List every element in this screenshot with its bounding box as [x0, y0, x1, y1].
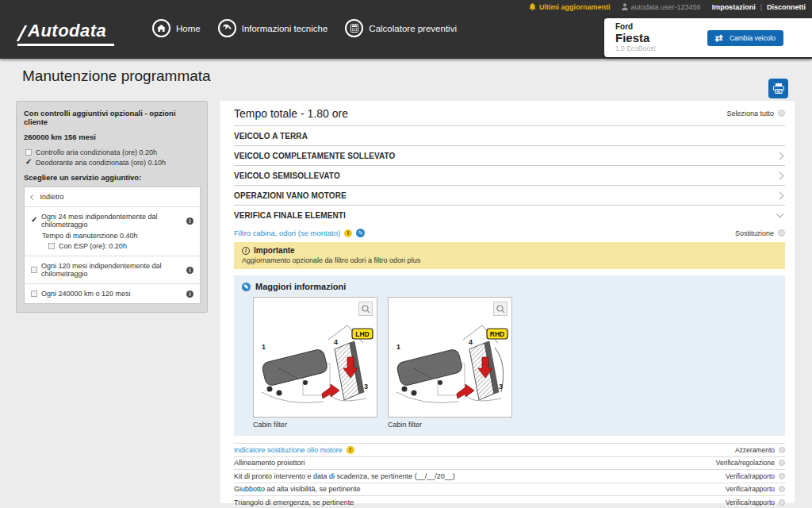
mileage-interval-label: 260000 km 156 mesi [24, 133, 201, 141]
user-account[interactable]: autodata.user-123456 [622, 3, 701, 11]
info-icon[interactable] [186, 267, 193, 274]
info-circle-icon [242, 247, 250, 255]
wrench-icon [218, 19, 236, 37]
oil-change-indicator-link[interactable]: Indicatore sostituzione olio motore [234, 446, 343, 454]
lhd-badge: LHD [355, 330, 369, 338]
nav-technical-info-label: Informazioni tecniche [242, 24, 328, 33]
section-final-checks[interactable]: VERIFICA FINALE ELEMENTI [234, 205, 785, 225]
bell-icon [529, 3, 536, 11]
main-nav: Home Informazioni tecniche Calcolatore p… [152, 19, 457, 37]
svg-text:1: 1 [396, 343, 400, 351]
settings-link[interactable]: Impostazioni [712, 3, 756, 11]
section-vehicle-on-ground[interactable]: VEICOLO A TERRA [234, 125, 785, 145]
edit-note-icon[interactable] [242, 283, 251, 291]
autodata-logo[interactable]: Autodata [17, 21, 114, 46]
checkbox-checked[interactable] [25, 160, 32, 166]
info-icon[interactable] [186, 217, 193, 225]
section-engine-bay-operations[interactable]: OPERAZIONI VANO MOTORE [234, 185, 785, 205]
rhd-badge: RHD [490, 330, 504, 338]
figure-caption: Cabin filter [388, 421, 512, 429]
user-icon [622, 3, 628, 10]
options-sidebar: Con controlli aggiuntivi opzionali - opz… [16, 101, 208, 313]
checkbox-unchecked[interactable] [31, 291, 37, 297]
action-checkbox[interactable] [779, 486, 785, 492]
svg-text:4: 4 [334, 338, 338, 346]
checklist-row: Kit di pronto intervento e data di scade… [234, 470, 785, 483]
checklist-row: Allineamento proiettori Verifica/regolaz… [234, 457, 785, 471]
action-checkbox[interactable] [779, 460, 785, 466]
calculator-icon [345, 19, 363, 37]
technical-diagram[interactable]: 1 4 3 RHD [388, 297, 512, 418]
section-label: VEICOLO SEMISOLLEVATO [234, 171, 340, 180]
option-air-con-deodorize[interactable]: Deodorante aria condizionata (ore) 0.10h [25, 159, 201, 167]
important-title: Importante [254, 246, 295, 255]
esp-option-label: Con ESP (ore): 0.20h [59, 242, 127, 250]
checkbox-unchecked[interactable] [31, 267, 37, 273]
cabin-filter-figure-lhd: 1 4 3 LHD Cabin filter [253, 297, 377, 429]
sidebar-heading: Con controlli aggiuntivi opzionali - opz… [24, 109, 201, 126]
action-label: Sostituzione [735, 229, 774, 237]
technical-diagram[interactable]: 1 4 3 LHD [253, 297, 377, 418]
checklist-label: Kit di pronto intervento e data di scade… [234, 472, 455, 480]
nav-home-label: Home [176, 24, 201, 33]
action-label: Azzeramento [735, 446, 775, 454]
service-row-120-months[interactable]: Ogni 120 mesi indipendentemente dal chil… [25, 256, 200, 283]
cabin-filter-figure-rhd: 1 4 3 RHD Cabin filter [388, 297, 512, 429]
change-vehicle-button[interactable]: ⇄ Cambia veicolo [707, 30, 783, 46]
service-row-24-months[interactable]: Ogni 24 mesi indipendentemente dal chilo… [25, 206, 200, 256]
service-esp-option[interactable]: Con ESP (ore): 0.20h [48, 242, 193, 250]
nav-technical-info[interactable]: Informazioni tecniche [218, 19, 328, 37]
chevron-down-icon [776, 210, 784, 217]
section-label: OPERAZIONI VANO MOTORE [234, 191, 347, 200]
magnifier-icon [362, 305, 370, 314]
back-label: Indietro [40, 193, 64, 201]
zoom-image-button[interactable] [493, 302, 508, 316]
logout-link[interactable]: Disconnetti [767, 3, 806, 11]
nav-quote-calculator[interactable]: Calcolatore preventivi [345, 19, 457, 37]
maintenance-panel: Tempo totale - 1.80 ore Seleziona tutto … [220, 101, 795, 503]
warning-icon [347, 446, 354, 454]
action-label: Verifica/rapporto [726, 498, 775, 506]
info-icon[interactable] [186, 291, 193, 298]
back-row[interactable]: Indietro [25, 187, 200, 206]
checklist-row: Triangolo di emergenza, se pertinente Ve… [234, 496, 785, 508]
section-vehicle-fully-raised[interactable]: VEICOLO COMPLETAMENTE SOLLEVATO [234, 145, 785, 165]
select-all-control[interactable]: Seleziona tutto [726, 110, 785, 117]
nav-home[interactable]: Home [152, 19, 201, 37]
divider: | [760, 3, 762, 11]
service-label: Ogni 24 mesi indipendentemente dal chilo… [41, 213, 182, 229]
important-text: Aggiornamento opzionale da filtro odori … [242, 256, 777, 264]
action-checkbox[interactable] [779, 447, 785, 453]
edit-note-icon[interactable] [356, 229, 365, 237]
more-info-title: Maggiori informazioni [255, 282, 346, 291]
select-all-checkbox[interactable] [778, 110, 785, 117]
service-list: Indietro Ogni 24 mesi indipendentemente … [24, 187, 201, 304]
latest-updates-link[interactable]: Ultimi aggiornamenti [529, 3, 611, 11]
vehicle-card: Ford Fiesta 1.0 EcoBoost ⇄ Cambia veicol… [604, 18, 812, 57]
username-label: autodata.user-123456 [631, 3, 701, 11]
action-checkbox[interactable] [779, 499, 785, 506]
nav-quote-calculator-label: Calcolatore preventivi [369, 24, 457, 33]
action-checkbox[interactable] [778, 229, 785, 237]
total-time-label: Tempo totale - 1.80 ore [234, 107, 348, 120]
swap-arrows-icon: ⇄ [715, 34, 723, 42]
printer-icon [773, 83, 784, 94]
print-button[interactable] [768, 79, 788, 98]
section-vehicle-semi-raised[interactable]: VEICOLO SEMISOLLEVATO [234, 165, 785, 185]
checkbox-unchecked[interactable] [25, 149, 32, 156]
chevron-right-icon [776, 152, 784, 160]
action-checkbox[interactable] [779, 473, 785, 479]
checkbox-checked[interactable] [31, 217, 37, 224]
cabin-filter-diagram: 1 4 3 LHD [255, 316, 374, 415]
cabin-filter-link[interactable]: Filtro cabina, odori (se montato) [234, 229, 340, 237]
warning-icon [344, 229, 352, 237]
checkbox-unchecked[interactable] [48, 243, 55, 249]
action-label: Verifica/rapporto [726, 485, 775, 493]
service-row-240000-km[interactable]: Ogni 240000 km o 120 mesi [25, 283, 200, 303]
final-checklist: Indicatore sostituzione olio motore Azze… [234, 443, 785, 508]
option-air-con-check[interactable]: Controllo aria condizionata (ore) 0.20h [25, 148, 201, 156]
zoom-image-button[interactable] [358, 302, 373, 316]
select-all-label: Seleziona tutto [726, 110, 774, 117]
top-utility-bar: Ultimi aggiornamenti autodata.user-12345… [529, 0, 806, 13]
service-heading: Scegliere un servizio aggiuntivo: [24, 173, 201, 182]
